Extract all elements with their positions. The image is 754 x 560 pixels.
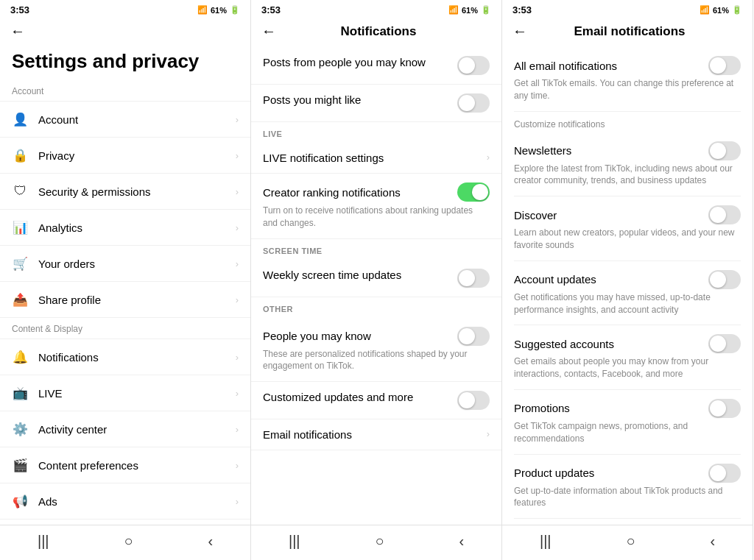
notifications-label: Notifications xyxy=(38,351,236,364)
notif-people-know: People you may know These are personaliz… xyxy=(251,318,501,383)
menu-item-share[interactable]: 📤 Share profile › xyxy=(0,282,250,318)
settings-panel: 3:53 📶 61% 🔋 ← Settings and privacy Acco… xyxy=(0,0,251,560)
nav-home-1[interactable]: ○ xyxy=(124,533,133,550)
back-button-1[interactable]: ← xyxy=(10,23,25,40)
creator-ranking-title: Creator ranking notifications xyxy=(263,186,401,199)
live-label: LIVE xyxy=(38,387,236,400)
security-icon: 🛡 xyxy=(12,183,28,199)
posts-know-toggle[interactable] xyxy=(457,56,490,75)
account-updates-toggle[interactable] xyxy=(708,270,741,289)
back-button-3[interactable]: ← xyxy=(512,23,527,40)
analytics-icon: 📊 xyxy=(12,219,28,235)
email-feedback: Feedback Share your voice and improve th… xyxy=(514,519,741,525)
nav-menu-1[interactable]: ||| xyxy=(38,533,49,550)
chevron-live: › xyxy=(236,388,239,399)
screen-time-toggle[interactable] xyxy=(457,269,490,288)
notif-posts-like: Posts you might like xyxy=(251,85,501,122)
settings-scroll: Account 👤 Account › 🔒 Privacy › 🛡 Securi… xyxy=(0,80,250,525)
notif-screen-time: Weekly screen time updates xyxy=(251,260,501,297)
section-label-account: Account xyxy=(0,80,250,101)
nav-back-1[interactable]: ‹ xyxy=(208,533,213,550)
suggested-toggle[interactable] xyxy=(708,334,741,353)
bottom-nav-1: ||| ○ ‹ xyxy=(0,525,250,560)
battery-icon-1: 🔋 xyxy=(230,5,240,15)
back-button-2[interactable]: ← xyxy=(261,23,276,40)
all-email-desc: Get all TikTok emails. You can change th… xyxy=(514,77,741,102)
notifications-panel: 3:53 📶 61% 🔋 ← Notifications Posts from … xyxy=(251,0,502,560)
status-bar-2: 3:53 📶 61% 🔋 xyxy=(251,0,501,18)
email-promotions: Promotions Get TikTok campaign news, pro… xyxy=(514,390,741,455)
menu-item-analytics[interactable]: 📊 Analytics › xyxy=(0,210,250,246)
nav-back-3[interactable]: ‹ xyxy=(710,533,715,550)
menu-item-activity[interactable]: ⚙️ Activity center › xyxy=(0,411,250,447)
chevron-privacy: › xyxy=(236,150,239,161)
creator-ranking-desc: Turn on to receive notifications about r… xyxy=(263,205,490,230)
menu-item-account[interactable]: 👤 Account › xyxy=(0,101,250,138)
analytics-label: Analytics xyxy=(38,221,236,234)
orders-label: Your orders xyxy=(38,258,236,270)
chevron-account: › xyxy=(236,114,239,125)
battery-icon-3: 🔋 xyxy=(732,5,742,15)
notif-title: Notifications xyxy=(283,24,473,39)
chevron-activity: › xyxy=(236,424,239,435)
menu-item-notifications[interactable]: 🔔 Notifications › xyxy=(0,339,250,375)
live-icon: 📺 xyxy=(12,385,28,401)
customized-toggle[interactable] xyxy=(457,391,490,410)
menu-item-content-prefs[interactable]: 🎬 Content preferences › xyxy=(0,447,250,483)
chevron-share: › xyxy=(236,294,239,305)
product-updates-toggle[interactable] xyxy=(708,464,741,483)
live-section-label: LIVE xyxy=(251,122,501,143)
email-notif-chevron: › xyxy=(487,428,490,439)
content-prefs-icon: 🎬 xyxy=(12,457,28,473)
menu-item-ads[interactable]: 📢 Ads › xyxy=(0,483,250,520)
all-email-toggle[interactable] xyxy=(708,56,741,75)
email-scroll: All email notifications Get all TikTok e… xyxy=(502,47,753,525)
menu-item-live[interactable]: 📺 LIVE › xyxy=(0,375,250,411)
battery-icon-2: 🔋 xyxy=(481,5,491,15)
content-menu: 🔔 Notifications › 📺 LIVE › ⚙️ Activity c… xyxy=(0,339,250,520)
ads-label: Ads xyxy=(38,495,236,508)
discover-title: Discover xyxy=(514,209,557,221)
discover-toggle[interactable] xyxy=(708,205,741,224)
email-header: ← Email notifications xyxy=(502,18,753,47)
notif-live-settings[interactable]: LIVE notification settings › xyxy=(251,143,501,174)
other-section-label: Other xyxy=(251,297,501,318)
menu-item-privacy[interactable]: 🔒 Privacy › xyxy=(0,138,250,174)
nav-home-3[interactable]: ○ xyxy=(626,533,635,550)
email-discover: Discover Learn about new creators, popul… xyxy=(514,196,741,261)
all-email-item: All email notifications Get all TikTok e… xyxy=(514,47,741,112)
newsletters-toggle[interactable] xyxy=(708,141,741,160)
promotions-title: Promotions xyxy=(514,402,570,414)
chevron-orders: › xyxy=(236,258,239,269)
creator-ranking-toggle[interactable] xyxy=(457,182,490,202)
time-1: 3:53 xyxy=(10,4,29,15)
product-updates-desc: Get up-to-date information about TikTok … xyxy=(514,485,741,510)
chevron-analytics: › xyxy=(236,222,239,233)
battery-2: 61% xyxy=(462,6,478,15)
menu-item-security[interactable]: 🛡 Security & permissions › xyxy=(0,174,250,210)
promotions-toggle[interactable] xyxy=(708,399,741,418)
content-prefs-label: Content preferences xyxy=(38,459,236,472)
notif-posts-know: Posts from people you may know xyxy=(251,47,501,85)
wifi-icon-3: 📶 xyxy=(700,5,710,15)
notifications-icon: 🔔 xyxy=(12,349,28,365)
privacy-icon: 🔒 xyxy=(12,147,28,163)
ads-icon: 📢 xyxy=(12,493,28,509)
account-label: Account xyxy=(38,113,236,126)
nav-back-2[interactable]: ‹ xyxy=(459,533,464,550)
notif-email[interactable]: Email notifications › xyxy=(251,419,501,450)
nav-home-2[interactable]: ○ xyxy=(375,533,384,550)
nav-menu-3[interactable]: ||| xyxy=(540,533,552,550)
security-label: Security & permissions xyxy=(38,185,236,198)
all-email-title: All email notifications xyxy=(514,60,617,72)
posts-like-toggle[interactable] xyxy=(457,93,490,113)
wifi-icon: 📶 xyxy=(197,5,208,15)
product-updates-title: Product updates xyxy=(514,467,594,479)
people-know-toggle[interactable] xyxy=(457,327,490,346)
people-know-desc: These are personalized notifications sha… xyxy=(263,348,490,373)
menu-item-orders[interactable]: 🛒 Your orders › xyxy=(0,246,250,282)
nav-menu-2[interactable]: ||| xyxy=(289,533,300,550)
email-product-updates: Product updates Get up-to-date informati… xyxy=(514,455,741,520)
notif-creator-ranking: Creator ranking notifications Turn on to… xyxy=(251,174,501,239)
discover-desc: Learn about new creators, popular videos… xyxy=(514,227,741,252)
